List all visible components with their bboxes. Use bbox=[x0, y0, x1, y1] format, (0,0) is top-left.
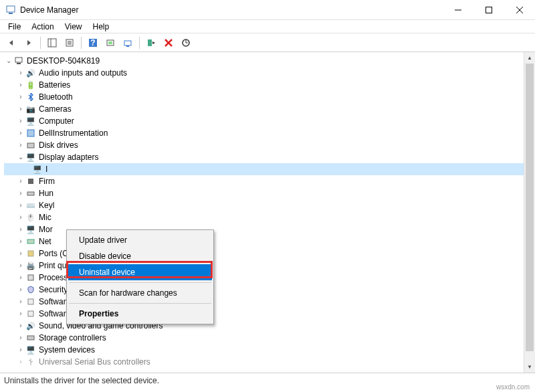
keyboard-icon: ⌨️ bbox=[25, 200, 36, 211]
chevron-down-icon[interactable]: ⌄ bbox=[16, 151, 25, 163]
scroll-up-button[interactable]: ▲ bbox=[524, 52, 535, 64]
tree-item[interactable]: ›Bluetooth bbox=[4, 91, 535, 103]
tree-item[interactable]: ›📷Cameras bbox=[4, 103, 535, 115]
network-icon bbox=[25, 236, 36, 247]
hid-icon bbox=[25, 188, 36, 199]
menu-help[interactable]: Help bbox=[88, 21, 115, 33]
tree-item-label: DellInstrumentation bbox=[39, 127, 108, 139]
close-button[interactable] bbox=[504, 0, 535, 20]
scroll-thumb[interactable] bbox=[524, 64, 535, 351]
minimize-button[interactable] bbox=[443, 0, 473, 20]
chevron-right-icon[interactable]: › bbox=[16, 284, 25, 296]
tree-item[interactable]: ›Firm bbox=[4, 175, 535, 187]
tree-item[interactable]: ›Universal Serial Bus controllers bbox=[4, 356, 535, 368]
statusbar: Uninstalls the driver for the selected d… bbox=[0, 373, 535, 388]
svg-rect-17 bbox=[126, 45, 129, 47]
context-update-driver[interactable]: Update driver bbox=[68, 232, 212, 248]
enable-button[interactable] bbox=[144, 35, 158, 50]
chevron-right-icon[interactable]: › bbox=[16, 332, 25, 344]
back-button[interactable] bbox=[4, 35, 19, 50]
tree-item-label: Cameras bbox=[39, 103, 72, 115]
tree-item[interactable]: ›🖱️Mic bbox=[4, 211, 535, 223]
tree-item[interactable]: ›⌨️Keyl bbox=[4, 199, 535, 211]
tree-item-label: Mor bbox=[39, 223, 53, 235]
tree-item[interactable]: ›🖥️System devices bbox=[4, 344, 535, 356]
tree-item[interactable]: ›Disk drives bbox=[4, 139, 535, 151]
svg-rect-33 bbox=[27, 336, 34, 340]
chevron-right-icon[interactable]: › bbox=[16, 67, 25, 79]
tree-item-label: System devices bbox=[39, 344, 95, 356]
chevron-right-icon[interactable]: › bbox=[16, 344, 25, 356]
computer-icon: 🖥️ bbox=[25, 116, 36, 126]
chevron-right-icon[interactable]: › bbox=[16, 260, 25, 272]
menu-view[interactable]: View bbox=[60, 21, 88, 33]
menu-file[interactable]: File bbox=[3, 21, 26, 33]
chevron-right-icon[interactable]: › bbox=[16, 272, 25, 284]
scan-button[interactable] bbox=[103, 35, 118, 50]
vertical-scrollbar[interactable]: ▲ ▼ bbox=[524, 52, 535, 373]
menu-action[interactable]: Action bbox=[26, 21, 59, 33]
chevron-right-icon[interactable]: › bbox=[16, 356, 25, 368]
tree-item[interactable]: ›DellInstrumentation bbox=[4, 127, 535, 139]
monitor-icon: 🖥️ bbox=[25, 224, 36, 235]
tree-item-label: I bbox=[45, 163, 47, 175]
chevron-right-icon[interactable]: › bbox=[16, 79, 25, 91]
chevron-right-icon[interactable]: › bbox=[16, 308, 25, 320]
tree-item-label: Storage controllers bbox=[39, 332, 106, 344]
context-disable-device[interactable]: Disable device bbox=[68, 248, 212, 264]
tree-item[interactable]: ›Hun bbox=[4, 187, 535, 199]
audio-icon: 🔊 bbox=[25, 320, 36, 331]
device-tree-panel: ⌄ DESKTOP-504K819 ›🔊Audio inputs and out… bbox=[0, 52, 535, 373]
chevron-right-icon[interactable]: › bbox=[16, 223, 25, 235]
show-hide-button[interactable] bbox=[45, 35, 60, 50]
svg-rect-29 bbox=[28, 251, 33, 256]
chevron-right-icon[interactable]: › bbox=[16, 187, 25, 199]
scan-hardware-button[interactable] bbox=[179, 35, 193, 50]
chevron-right-icon[interactable]: › bbox=[16, 248, 25, 260]
tree-item-label: Keyl bbox=[39, 199, 54, 211]
tree-item[interactable]: ›Storage controllers bbox=[4, 332, 535, 344]
context-uninstall-device[interactable]: Uninstall device bbox=[68, 264, 212, 280]
chevron-down-icon[interactable]: ⌄ bbox=[4, 55, 13, 67]
port-icon bbox=[25, 248, 36, 259]
display-icon: 🖥️ bbox=[32, 164, 43, 175]
svg-rect-31 bbox=[28, 299, 33, 304]
tree-item[interactable]: ›🔊Audio inputs and outputs bbox=[4, 67, 535, 79]
disk-icon bbox=[25, 140, 36, 151]
context-properties[interactable]: Properties bbox=[68, 306, 212, 322]
maximize-button[interactable] bbox=[473, 0, 504, 20]
chevron-right-icon[interactable]: › bbox=[16, 211, 25, 223]
chevron-right-icon[interactable]: › bbox=[16, 235, 25, 248]
tree-item-label: Hun bbox=[39, 187, 54, 199]
svg-rect-23 bbox=[17, 63, 21, 64]
chevron-right-icon[interactable]: › bbox=[16, 199, 25, 211]
forward-button[interactable] bbox=[21, 35, 36, 50]
context-scan-hardware[interactable]: Scan for hardware changes bbox=[68, 285, 212, 301]
tree-item-selected[interactable]: 🖥️I bbox=[4, 163, 535, 175]
help-button[interactable]: ? bbox=[86, 35, 100, 50]
svg-rect-6 bbox=[48, 39, 56, 47]
chevron-right-icon[interactable]: › bbox=[16, 320, 25, 332]
chevron-right-icon[interactable]: › bbox=[16, 296, 25, 308]
tree-item[interactable]: ›🔋Batteries bbox=[4, 79, 535, 91]
chevron-right-icon[interactable]: › bbox=[16, 115, 25, 127]
svg-rect-28 bbox=[27, 239, 34, 243]
chevron-right-icon[interactable]: › bbox=[16, 103, 25, 115]
watermark: wsxdn.com bbox=[496, 383, 530, 391]
tree-item-display-adapters[interactable]: ⌄🖥️Display adapters bbox=[4, 151, 535, 163]
chevron-right-icon[interactable]: › bbox=[16, 175, 25, 187]
chevron-right-icon[interactable]: › bbox=[16, 139, 25, 151]
svg-rect-26 bbox=[28, 179, 33, 184]
chevron-right-icon[interactable]: › bbox=[16, 91, 25, 103]
scroll-down-button[interactable]: ▼ bbox=[524, 361, 535, 373]
svg-rect-18 bbox=[148, 39, 152, 46]
chevron-right-icon[interactable]: › bbox=[16, 127, 25, 139]
update-driver-button[interactable] bbox=[120, 35, 135, 50]
tree-root-label: DESKTOP-504K819 bbox=[27, 55, 100, 67]
svg-rect-30 bbox=[28, 275, 33, 280]
properties-button[interactable] bbox=[62, 35, 77, 50]
tree-item[interactable]: ›🖥️Computer bbox=[4, 115, 535, 127]
tree-root[interactable]: ⌄ DESKTOP-504K819 bbox=[4, 55, 535, 67]
toolbar-separator bbox=[139, 37, 140, 49]
uninstall-button[interactable] bbox=[161, 35, 176, 50]
